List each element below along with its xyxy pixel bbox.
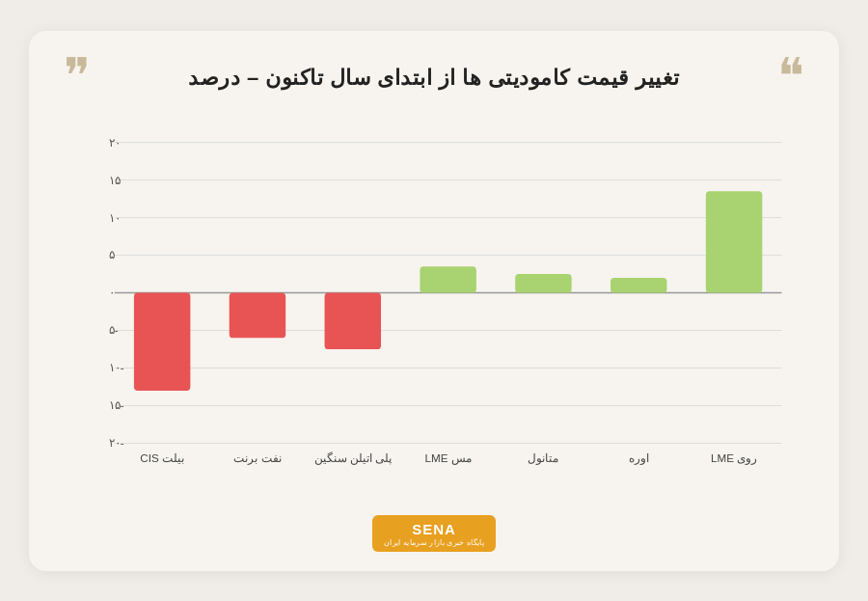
svg-rect-22	[325, 292, 381, 348]
svg-text:متانول: متانول	[528, 451, 558, 464]
svg-text:پلی اتیلن سنگین: پلی اتیلن سنگین	[314, 451, 393, 464]
svg-text:روی LME: روی LME	[711, 451, 757, 464]
svg-text:-۱۰: -۱۰	[109, 361, 124, 373]
svg-rect-26	[515, 274, 571, 292]
main-card: ❝ ❞ تغییر قیمت کامودیتی ها از ابتدای سال…	[29, 31, 839, 571]
chart-area: ۲۰۱۵۱۰۵۰-۵-۱۰-۱۵-۲۰بیلت CISنفت برنتپلی ا…	[68, 118, 800, 505]
svg-text:بیلت CIS: بیلت CIS	[140, 451, 184, 463]
svg-text:اوره: اوره	[629, 451, 649, 464]
svg-rect-24	[420, 266, 475, 292]
svg-text:۱۵: ۱۵	[109, 173, 121, 185]
svg-text:-۱۵: -۱۵	[109, 398, 124, 411]
chart-title: تغییر قیمت کامودیتی ها از ابتدای سال تاک…	[188, 66, 679, 91]
svg-text:نفت برنت: نفت برنت	[233, 451, 281, 464]
logo-area: SENA پایگاه خبری بازار سرمایه ایران	[372, 515, 496, 552]
logo-subtext: پایگاه خبری بازار سرمایه ایران	[384, 538, 484, 548]
svg-text:۱۰: ۱۰	[109, 210, 121, 223]
svg-text:۵: ۵	[109, 248, 115, 260]
svg-text:۰: ۰	[109, 286, 115, 298]
logo-box: SENA پایگاه خبری بازار سرمایه ایران	[372, 515, 496, 552]
svg-rect-28	[610, 277, 666, 292]
svg-rect-20	[230, 292, 285, 338]
logo-text: SENA	[412, 521, 456, 537]
quote-right-icon: ❞	[64, 52, 91, 102]
svg-text:-۵: -۵	[109, 323, 119, 336]
svg-rect-18	[134, 292, 190, 390]
svg-text:-۲۰: -۲۰	[109, 436, 124, 449]
svg-rect-30	[706, 191, 762, 292]
svg-text:۲۰: ۲۰	[109, 135, 121, 148]
svg-text:مس LME: مس LME	[424, 451, 471, 464]
quote-left-icon: ❝	[777, 52, 804, 102]
